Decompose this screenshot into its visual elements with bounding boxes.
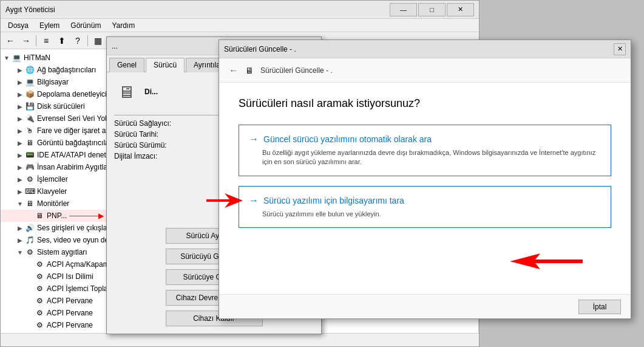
- device-manager-title-bar: Aygıt Yöneticisi ― □ ✕: [1, 1, 479, 19]
- help-button[interactable]: ?: [70, 34, 85, 47]
- update-driver-close-button[interactable]: ✕: [614, 43, 626, 55]
- tab-genel[interactable]: Genel: [109, 58, 144, 72]
- label-0: Ağ bağdaştırıcıları: [37, 66, 96, 74]
- expander-4: ▶: [15, 114, 25, 123]
- option1-description: Bu özelliği aygıt yükleme ayarlarınızda …: [249, 148, 601, 167]
- red-marker: ————▶: [69, 211, 104, 220]
- prop-label-0: Sürücü Sağlayıcı:: [114, 119, 187, 128]
- device-manager-title: Aygıt Yöneticisi: [5, 5, 390, 14]
- icon-21: ⚙: [35, 320, 44, 330]
- option2-description: Sürücü yazılımını elle bulun ve yükleyin…: [249, 210, 601, 219]
- prop-label-2: Sürücü Sürümü:: [114, 141, 187, 149]
- expander-14: ▶: [15, 235, 25, 245]
- option1-top: → Güncel sürücü yazılımını otomatik olar…: [249, 134, 601, 145]
- update-button[interactable]: ⬆: [55, 34, 69, 47]
- cancel-button[interactable]: İptal: [578, 300, 621, 314]
- expander-21: [25, 320, 35, 330]
- label-11: Monitörler: [37, 199, 69, 208]
- icon-7: 📟: [25, 150, 35, 160]
- icon-4: 🔌: [25, 114, 35, 123]
- menu-dosya[interactable]: Dosya: [3, 20, 33, 31]
- update-driver-main-title: Sürücüleri nasıl aramak istiyorsunuz?: [239, 97, 611, 110]
- update-driver-nav-header: ← 🖥 Sürücüleri Güncelle - .: [219, 58, 631, 83]
- expander-20: [25, 308, 35, 318]
- expander-5: ▶: [15, 126, 25, 136]
- label-6: Görüntü bağdaştırıcıları: [37, 139, 114, 147]
- expander-11: ▼: [15, 199, 25, 208]
- label-13: Ses girişleri ve çıkışları: [37, 224, 112, 232]
- label-2: Depolama denetleyicileri: [37, 90, 117, 98]
- icon-2: 📦: [25, 89, 35, 99]
- icon-8: 🎮: [25, 162, 35, 172]
- toolbar-separator-2: [87, 35, 88, 46]
- option2-title: Sürücü yazılımı için bilgisayarımı tara: [263, 196, 404, 205]
- expander-7: ▶: [15, 150, 25, 160]
- maximize-button[interactable]: □: [418, 3, 446, 16]
- icon-12: 🖥: [35, 211, 44, 221]
- icon-17: ⚙: [35, 272, 44, 281]
- root-label: HiTMaN: [24, 53, 50, 62]
- option-manual-search[interactable]: → Sürücü yazılımı için bilgisayarımı tar…: [239, 186, 611, 228]
- label-14: Ses, video ve oyun dene: [37, 236, 117, 244]
- label-1: Bilgisayar: [37, 78, 69, 86]
- label-3: Disk sürücüleri: [37, 102, 85, 111]
- expander-18: [25, 284, 35, 294]
- forward-button[interactable]: →: [19, 34, 33, 47]
- expander-1: ▶: [15, 77, 25, 87]
- label-15: Sistem aygıtları: [37, 248, 87, 256]
- view-button[interactable]: ▦: [90, 34, 105, 47]
- close-button[interactable]: ✕: [447, 3, 474, 16]
- option1-title: Güncel sürücü yazılımını otomatik olarak…: [263, 134, 432, 144]
- nav-back-button[interactable]: ←: [229, 65, 239, 76]
- icon-18: ⚙: [35, 284, 44, 294]
- update-driver-title-bar: Sürücüleri Güncelle - . ✕: [219, 40, 631, 58]
- menu-yardim[interactable]: Yardım: [107, 20, 140, 31]
- expander-8: ▶: [15, 162, 25, 172]
- icon-0: 🌐: [25, 65, 35, 75]
- option2-arrow: →: [249, 195, 259, 206]
- update-driver-title: Sürücüleri Güncelle - .: [224, 45, 614, 53]
- nav-monitor-icon: 🖥: [243, 64, 256, 77]
- tab-surucu[interactable]: Sürücü: [146, 58, 185, 72]
- icon-10: ⌨: [25, 187, 35, 196]
- menu-gorunum[interactable]: Görünüm: [66, 20, 106, 31]
- root-expander: ▼: [2, 53, 12, 63]
- label-18: ACPI İşlemci Toplayı: [47, 284, 114, 293]
- back-button[interactable]: ←: [3, 34, 18, 47]
- label-5: Fare ve diğer işaret aygıt: [37, 126, 118, 135]
- expander-10: ▶: [15, 187, 25, 196]
- properties-button[interactable]: ≡: [39, 34, 53, 47]
- toolbar-separator-1: [36, 35, 36, 46]
- menu-eylem[interactable]: Eylem: [35, 20, 64, 31]
- label-17: ACPI Isı Dilimi: [47, 272, 93, 281]
- expander-6: ▶: [15, 138, 25, 148]
- icon-1: 💻: [25, 77, 35, 87]
- update-driver-window: Sürücüleri Güncelle - . ✕ ← 🖥 Sürücüleri…: [219, 40, 631, 319]
- expander-3: ▶: [15, 101, 25, 111]
- icon-19: ⚙: [35, 296, 44, 306]
- icon-14: 🎵: [25, 235, 35, 245]
- expander-19: [25, 296, 35, 306]
- icon-5: 🖱: [25, 126, 35, 136]
- minimize-button[interactable]: ―: [390, 3, 417, 16]
- nav-title: Sürücüleri Güncelle - .: [260, 66, 333, 75]
- prop-label-3: Dijital İmzacı:: [114, 152, 187, 160]
- icon-6: 🖥: [25, 138, 35, 148]
- expander-9: ▶: [15, 174, 25, 184]
- label-21: ACPI Pervane: [47, 321, 93, 329]
- label-20: ACPI Pervane: [47, 309, 93, 317]
- expander-0: ▶: [15, 65, 25, 75]
- update-driver-footer: İptal: [219, 294, 631, 318]
- icon-3: 💾: [25, 101, 35, 111]
- expander-2: ▶: [15, 89, 25, 99]
- expander-13: ▶: [15, 223, 25, 233]
- icon-11: 🖥: [25, 199, 35, 208]
- device-icon: 🖥: [114, 80, 138, 104]
- option-automatic-search[interactable]: → Güncel sürücü yazılımını otomatik olar…: [239, 125, 611, 176]
- label-10: Klavyeler: [37, 187, 67, 196]
- label-8: İnsan Arabirim Aygıtları: [37, 163, 112, 171]
- icon-15: ⚙: [25, 247, 35, 257]
- computer-icon: 💻: [12, 53, 21, 63]
- option1-arrow: →: [249, 134, 259, 145]
- expander-17: [25, 272, 35, 281]
